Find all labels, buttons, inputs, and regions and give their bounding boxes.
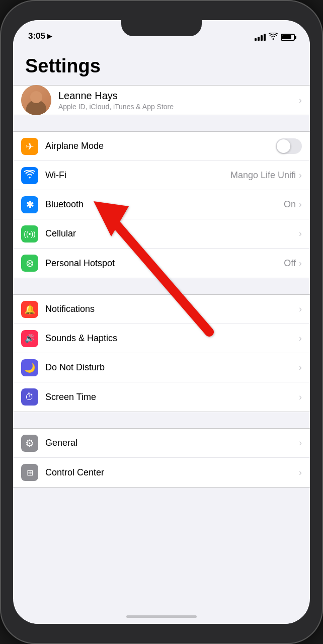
notifications-label: Notifications (45, 304, 299, 314)
wifi-status-icon (269, 33, 278, 41)
notifications-icon-wrap: 🔔 (21, 301, 38, 318)
airplane-mode-toggle[interactable] (276, 138, 302, 154)
bluetooth-icon: ✱ (26, 199, 34, 210)
wifi-icon (24, 170, 35, 181)
profile-row[interactable]: Leanne Hays Apple ID, iCloud, iTunes & A… (13, 86, 310, 115)
wifi-icon-wrap (21, 167, 38, 184)
sidebar-item-notifications[interactable]: 🔔 Notifications › (13, 295, 310, 324)
sidebar-item-screen-time[interactable]: ⏱ Screen Time › (13, 382, 310, 412)
profile-name: Leanne Hays (58, 90, 292, 102)
dnd-icon-wrap: 🌙 (21, 359, 38, 376)
wifi-chevron: › (299, 170, 302, 181)
control-center-chevron: › (299, 467, 302, 478)
general-icon-wrap: ⚙ (21, 435, 38, 452)
cellular-label: Cellular (45, 228, 299, 239)
bluetooth-icon-wrap: ✱ (21, 196, 38, 213)
hotspot-chevron: › (299, 258, 302, 269)
control-center-icon: ⊞ (27, 468, 33, 477)
toggle-knob (277, 139, 290, 153)
screen-time-icon: ⏱ (25, 392, 34, 403)
status-time: 3:05 ▶ (28, 31, 52, 41)
airplane-mode-label: Airplane Mode (45, 141, 276, 151)
sidebar-item-sounds[interactable]: 🔊 Sounds & Haptics › (13, 324, 310, 353)
hotspot-icon: ⊛ (26, 257, 34, 269)
profile-section[interactable]: Leanne Hays Apple ID, iCloud, iTunes & A… (13, 85, 310, 115)
control-center-label: Control Center (45, 467, 299, 478)
bluetooth-label: Bluetooth (45, 199, 284, 210)
sidebar-item-cellular[interactable]: ((•)) Cellular › (13, 219, 310, 249)
profile-subtitle: Apple ID, iCloud, iTunes & App Store (58, 103, 292, 111)
location-icon: ▶ (47, 33, 52, 40)
notch (121, 20, 202, 36)
battery-icon (281, 34, 295, 41)
hotspot-value: Off (284, 258, 296, 269)
sidebar-item-wifi[interactable]: Wi-Fi Mango Life Unifi › (13, 161, 310, 190)
avatar (21, 85, 51, 115)
bluetooth-value: On (284, 199, 296, 210)
cellular-icon: ((•)) (24, 230, 36, 238)
signal-icon (255, 34, 266, 41)
sidebar-item-personal-hotspot[interactable]: ⊛ Personal Hotspot Off › (13, 249, 310, 278)
screen-time-icon-wrap: ⏱ (21, 388, 38, 406)
time-display: 3:05 (28, 31, 45, 41)
notifications-group: 🔔 Notifications › 🔊 Sounds & Haptics › (13, 294, 310, 412)
airplane-mode-icon-wrap: ✈ (21, 138, 38, 155)
screen-time-chevron: › (299, 392, 302, 403)
general-group: ⚙ General › ⊞ Control Center › (13, 428, 310, 488)
general-icon: ⚙ (25, 437, 34, 449)
dnd-chevron: › (299, 362, 302, 373)
control-center-icon-wrap: ⊞ (21, 464, 38, 481)
wifi-value: Mango Life Unifi (230, 170, 296, 181)
hotspot-icon-wrap: ⊛ (21, 255, 38, 272)
wifi-label: Wi-Fi (45, 170, 230, 181)
settings-content[interactable]: Settings Leanne Hays Apple ID, iCloud, i… (13, 45, 310, 609)
connectivity-group: ✈ Airplane Mode (13, 131, 310, 278)
sidebar-item-airplane-mode[interactable]: ✈ Airplane Mode (13, 132, 310, 161)
hotspot-label: Personal Hotspot (45, 258, 284, 269)
screen-time-label: Screen Time (45, 392, 299, 403)
home-indicator (13, 609, 310, 624)
sounds-icon-wrap: 🔊 (21, 330, 38, 347)
general-chevron: › (299, 438, 302, 448)
status-icons (255, 33, 295, 41)
home-bar (126, 615, 197, 618)
profile-chevron: › (299, 95, 302, 106)
airplane-icon: ✈ (26, 140, 34, 152)
sidebar-item-general[interactable]: ⚙ General › (13, 429, 310, 458)
dnd-icon: 🌙 (24, 362, 35, 373)
sounds-label: Sounds & Haptics (45, 333, 299, 344)
sounds-icon: 🔊 (25, 334, 35, 343)
phone-frame: 3:05 ▶ (0, 0, 323, 644)
sidebar-item-control-center[interactable]: ⊞ Control Center › (13, 458, 310, 487)
screen: 3:05 ▶ (13, 20, 310, 624)
notifications-icon: 🔔 (24, 304, 35, 315)
dnd-label: Do Not Disturb (45, 362, 299, 373)
cellular-chevron: › (299, 228, 302, 239)
profile-info: Leanne Hays Apple ID, iCloud, iTunes & A… (58, 90, 292, 111)
sidebar-item-bluetooth[interactable]: ✱ Bluetooth On › (13, 190, 310, 219)
sidebar-item-do-not-disturb[interactable]: 🌙 Do Not Disturb › (13, 353, 310, 382)
general-label: General (45, 438, 299, 448)
page-title: Settings (13, 45, 310, 85)
cellular-icon-wrap: ((•)) (21, 225, 38, 243)
notifications-chevron: › (299, 304, 302, 314)
bluetooth-chevron: › (299, 199, 302, 210)
sounds-chevron: › (299, 333, 302, 344)
